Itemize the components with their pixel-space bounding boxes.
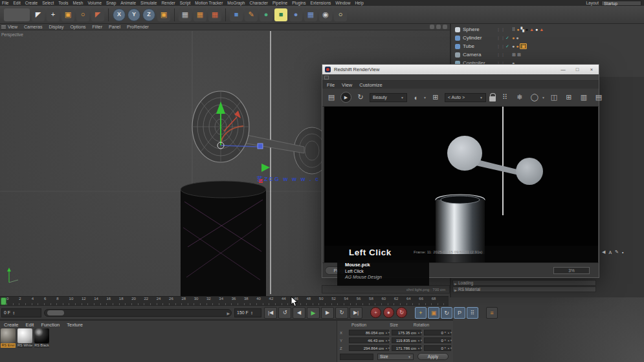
range-end-arrow-icon[interactable]: ▶ [227, 311, 230, 315]
object-row-tube[interactable]: Tube⋮⋮✓●●▣ [451, 42, 644, 50]
add-light-button[interactable]: ○ [334, 8, 347, 21]
spinner-icon[interactable]: ▲▼ [447, 332, 450, 334]
chevron-down-icon[interactable]: ▼ [542, 96, 545, 100]
tag-grid-icon[interactable]: ⊞ [517, 52, 521, 57]
visibility-dots-icon[interactable]: ⋮⋮ [496, 36, 505, 40]
tag-ball-gray-icon[interactable]: ● [516, 36, 518, 40]
attribute-group-loading[interactable]: ▶Loading [452, 280, 596, 286]
menu-tools[interactable]: Tools [58, 1, 68, 5]
spinner-icon[interactable]: ▲▼ [447, 339, 450, 341]
play-mode-button[interactable]: ↻ [335, 307, 348, 319]
camera-select[interactable]: < Auto >▼ [445, 93, 486, 102]
add-generator-button[interactable]: ● [260, 8, 272, 21]
add-camera-button[interactable]: ◉ [319, 8, 332, 21]
close-button[interactable]: × [584, 65, 599, 74]
tag-checker-icon[interactable]: ▚ [520, 27, 524, 32]
window-titlebar[interactable]: Redshift RenderView —□× [322, 65, 599, 74]
viewport-menu-options[interactable]: Options [70, 25, 85, 29]
tag-tri-orange-icon[interactable]: ▲ [539, 27, 544, 32]
object-name[interactable]: Tube [463, 43, 496, 49]
spinner-icon[interactable]: ▲▼ [385, 347, 388, 349]
object-row-sphere[interactable]: Sphere⋮⋮⠿●▚●▲●▲ [451, 25, 644, 34]
dock-handle-icon[interactable] [324, 76, 329, 80]
material-rs-white[interactable]: RS White [17, 328, 32, 348]
snowflake-freeze-button[interactable]: ❄ [514, 92, 526, 103]
spinner-icon[interactable]: ▲▼ [385, 332, 388, 334]
spinner-icon[interactable]: ▲▼ [12, 311, 15, 315]
attr-mini-icon-2[interactable]: ✎ [615, 250, 619, 255]
render-view-button[interactable]: ▦ [179, 8, 192, 21]
coord-y-size-field[interactable]: 119.835 cm▲▼ [392, 337, 421, 343]
viewport-menu-panel[interactable]: Panel [109, 25, 120, 29]
rotate-tool[interactable]: ○ [76, 8, 89, 21]
menu-script[interactable]: Script [180, 1, 191, 5]
move-tool[interactable]: + [47, 8, 60, 21]
record-pla-toggle[interactable]: ⠿ [467, 307, 478, 319]
menu-render[interactable]: Render [161, 1, 175, 5]
menu-extensions[interactable]: Extensions [310, 1, 331, 5]
maximize-button[interactable]: □ [570, 65, 584, 74]
viewport-menu-display[interactable]: Display [49, 25, 63, 29]
coord-y-rotation-field[interactable]: 0 °▲▼ [424, 337, 451, 343]
timeline-ruler[interactable]: 0246810121416182022242628303234363840424… [0, 296, 449, 305]
object-row-camera[interactable]: Camera⋮⋮⊞⊞ [451, 50, 644, 59]
menu-volume[interactable]: Volume [87, 1, 102, 5]
menu-pipeline[interactable]: Pipeline [272, 1, 287, 5]
spinner-icon[interactable]: ▲▼ [385, 339, 388, 341]
snapshot-b-button[interactable]: ▥ [578, 92, 590, 103]
menu-mograph[interactable]: MoGraph [227, 1, 245, 5]
material-menu-texture[interactable]: Texture [67, 322, 83, 328]
tag-dot-orange-icon[interactable]: ● [516, 44, 518, 48]
coord-z-position-field[interactable]: 294.864 cm▲▼ [349, 345, 389, 351]
record-scale-toggle[interactable]: ▣ [428, 307, 439, 319]
tag-dot-orange-icon[interactable]: ● [516, 27, 519, 32]
coord-x-size-field[interactable]: 175.35 cm▲▼ [392, 330, 421, 335]
enabled-check-icon[interactable]: ✓ [505, 44, 512, 49]
record-rotation-toggle[interactable]: ↻ [441, 307, 452, 319]
tag-tri-orange-icon[interactable]: ▲ [529, 27, 534, 32]
add-environment-button[interactable]: ● [289, 8, 302, 21]
range-start-field[interactable]: 0 F ▲▼ [1, 308, 41, 317]
object-name[interactable]: Camera [463, 52, 496, 58]
menu-plugins[interactable]: Plugins [292, 1, 305, 5]
spinner-icon[interactable]: ▲▼ [417, 339, 421, 341]
visibility-dots-icon[interactable]: ⋮⋮ [496, 27, 505, 32]
viewport-burger-icon[interactable] [1, 25, 6, 29]
snapshot-button[interactable]: ▤ [326, 92, 337, 103]
lock-y-axis[interactable]: Y [128, 8, 140, 21]
menu-mesh[interactable]: Mesh [72, 1, 83, 5]
minimize-button[interactable]: — [556, 65, 570, 74]
material-rs-envi[interactable]: RS Envi [1, 328, 16, 348]
keyframe-options-button[interactable]: ↻ [396, 307, 407, 318]
material-menu-function[interactable]: Function [41, 322, 60, 328]
redshift-renderview-window[interactable]: Redshift RenderView —□× FileViewCustomiz… [322, 64, 599, 278]
goto-end-button[interactable]: ▶| [350, 307, 362, 319]
viewport-menu-cameras[interactable]: Cameras [24, 25, 42, 29]
tag-ball-white-icon[interactable]: ● [535, 27, 538, 32]
snapshot-a-button[interactable]: ◫ [548, 92, 560, 103]
coordinates-mode-select[interactable]: Size ▼ [377, 354, 414, 360]
record-parameter-toggle[interactable]: P [454, 307, 465, 319]
black-cylinder-object[interactable] [181, 181, 266, 297]
viewport-options-icon[interactable] [443, 25, 447, 29]
live-selection-tool[interactable]: ◤ [32, 8, 45, 21]
solo-button[interactable]: ≡ [486, 307, 498, 319]
add-floor-button[interactable]: ▦ [304, 8, 317, 21]
menu-animate[interactable]: Animate [120, 1, 136, 5]
render-settings-button[interactable]: ▦ [208, 8, 221, 21]
coord-y-position-field[interactable]: 46.43 cm▲▼ [349, 337, 389, 343]
lock-x-axis[interactable]: X [113, 8, 126, 21]
object-name[interactable]: Cylinder [463, 35, 496, 41]
attr-mini-icon-0[interactable]: ◀ [602, 250, 605, 255]
attr-mini-icon-1[interactable]: A [608, 250, 612, 255]
menu-select[interactable]: Select [42, 1, 54, 5]
menu-snap[interactable]: Snap [106, 1, 116, 5]
autokeying-button[interactable]: ● [383, 307, 394, 318]
rv-menu-file[interactable]: File [327, 82, 335, 88]
tag-ball-gray-icon[interactable]: ● [512, 44, 515, 48]
crop-region-button[interactable]: ⊞ [430, 92, 441, 103]
viewport-menu-filter[interactable]: Filter [93, 25, 103, 29]
range-end-field[interactable]: 150 F ▲▼ [234, 308, 261, 317]
menu-simulate[interactable]: Simulate [140, 1, 157, 5]
render-to-picture-viewer-button[interactable]: ▦ [194, 8, 206, 21]
